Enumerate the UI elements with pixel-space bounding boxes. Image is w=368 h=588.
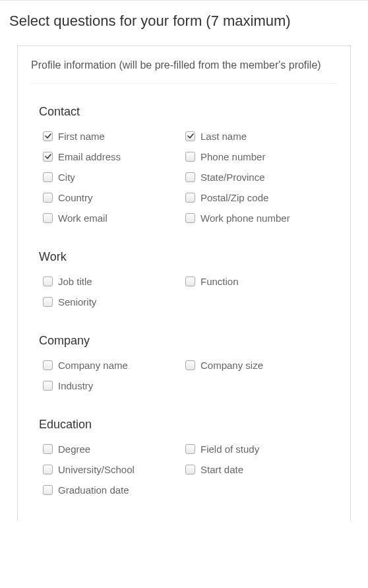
option-label[interactable]: Start date <box>200 464 243 475</box>
option-field-of-study[interactable]: Field of study <box>184 443 329 455</box>
option-label[interactable]: City <box>58 172 75 183</box>
checkbox[interactable] <box>185 360 195 370</box>
options-grid: Job titleFunctionSeniority <box>39 276 329 317</box>
option-postal-zip-code[interactable]: Postal/Zip code <box>184 192 329 203</box>
option-label[interactable]: Email address <box>58 151 121 162</box>
option-city[interactable]: City <box>39 172 184 183</box>
option-label[interactable]: Seniority <box>58 296 96 308</box>
option-label[interactable]: Phone number <box>200 151 265 162</box>
sections-container: ContactFirst nameLast nameEmail addressP… <box>31 90 337 507</box>
checkbox[interactable] <box>185 465 195 474</box>
checkbox[interactable] <box>43 152 53 162</box>
checkbox[interactable] <box>43 131 53 141</box>
checkbox[interactable] <box>185 444 195 454</box>
option-work-email[interactable]: Work email <box>39 212 184 224</box>
option-job-title[interactable]: Job title <box>39 276 184 287</box>
option-label[interactable]: Work email <box>58 212 107 224</box>
page-title: Select questions for your form (7 maximu… <box>0 0 368 42</box>
option-work-phone-number[interactable]: Work phone number <box>184 212 329 224</box>
option-graduation-date[interactable]: Graduation date <box>39 484 184 496</box>
option-label[interactable]: Degree <box>58 443 90 455</box>
checkbox[interactable] <box>43 381 53 391</box>
option-label[interactable]: Work phone number <box>200 212 290 224</box>
section-work: WorkJob titleFunctionSeniority <box>31 236 337 319</box>
section-title: Work <box>39 250 329 264</box>
checkbox[interactable] <box>43 172 53 182</box>
option-industry[interactable]: Industry <box>39 380 184 391</box>
option-label[interactable]: Field of study <box>200 443 259 455</box>
option-label[interactable]: Last name <box>200 131 247 142</box>
option-company-size[interactable]: Company size <box>184 360 329 371</box>
option-first-name[interactable]: First name <box>39 131 184 142</box>
section-contact: ContactFirst nameLast nameEmail addressP… <box>31 90 337 236</box>
option-phone-number[interactable]: Phone number <box>184 151 329 162</box>
checkbox[interactable] <box>43 485 53 495</box>
checkbox[interactable] <box>43 277 53 286</box>
card-description: Profile information (will be pre-filled … <box>31 58 337 84</box>
checkbox[interactable] <box>43 193 53 203</box>
option-seniority[interactable]: Seniority <box>39 296 184 308</box>
option-start-date[interactable]: Start date <box>184 464 329 475</box>
option-label[interactable]: First name <box>58 131 105 142</box>
section-title: Contact <box>39 105 329 119</box>
checkbox[interactable] <box>185 277 195 286</box>
checkbox[interactable] <box>185 131 195 141</box>
section-title: Education <box>39 418 329 432</box>
option-label[interactable]: Postal/Zip code <box>200 192 268 203</box>
checkbox[interactable] <box>185 213 195 223</box>
option-last-name[interactable]: Last name <box>184 131 329 142</box>
checkbox[interactable] <box>43 360 53 370</box>
checkbox[interactable] <box>43 465 53 474</box>
options-grid: First nameLast nameEmail addressPhone nu… <box>39 131 329 233</box>
option-function[interactable]: Function <box>184 276 329 287</box>
options-grid: Company nameCompany sizeIndustry <box>39 360 329 401</box>
checkbox[interactable] <box>185 193 195 203</box>
option-label[interactable]: University/School <box>58 464 135 475</box>
checkbox[interactable] <box>43 213 53 223</box>
section-company: CompanyCompany nameCompany sizeIndustry <box>31 319 337 403</box>
form-questions-card: Profile information (will be pre-filled … <box>17 46 351 521</box>
option-state-province[interactable]: State/Province <box>184 172 329 183</box>
option-label[interactable]: Industry <box>58 380 93 391</box>
checkbox[interactable] <box>43 297 53 307</box>
option-country[interactable]: Country <box>39 192 184 203</box>
checkbox[interactable] <box>185 172 195 182</box>
options-grid: DegreeField of studyUniversity/SchoolSta… <box>39 443 329 505</box>
option-label[interactable]: Job title <box>58 276 92 287</box>
option-label[interactable]: Company size <box>200 360 263 371</box>
option-university-school[interactable]: University/School <box>39 464 184 475</box>
option-label[interactable]: Company name <box>58 360 128 371</box>
option-company-name[interactable]: Company name <box>39 360 184 371</box>
section-education: EducationDegreeField of studyUniversity/… <box>31 403 337 507</box>
option-degree[interactable]: Degree <box>39 443 184 455</box>
option-label[interactable]: Graduation date <box>58 484 129 496</box>
option-label[interactable]: State/Province <box>200 172 265 183</box>
checkbox[interactable] <box>185 152 195 162</box>
section-title: Company <box>39 334 329 348</box>
option-label[interactable]: Function <box>200 276 239 287</box>
option-email-address[interactable]: Email address <box>39 151 184 162</box>
option-label[interactable]: Country <box>58 192 93 203</box>
checkbox[interactable] <box>43 444 53 454</box>
